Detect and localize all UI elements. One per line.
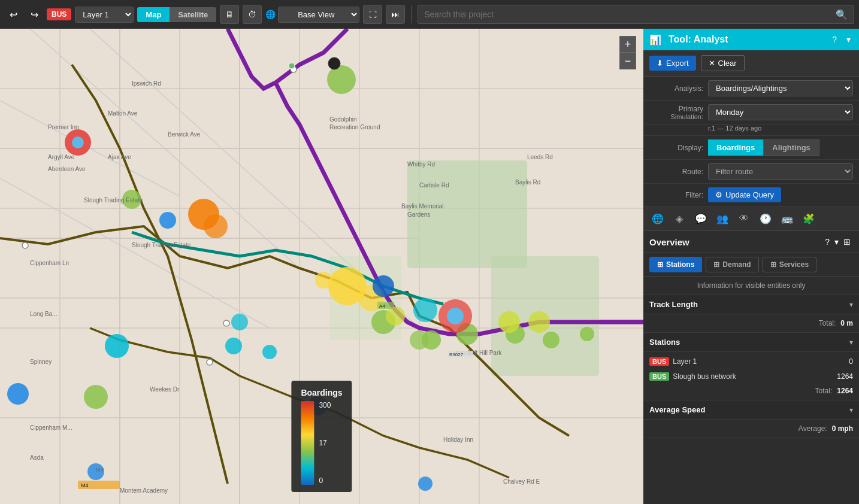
overview-grid-button[interactable]: ⊞ <box>841 236 853 248</box>
clear-button[interactable]: ✕ Clear <box>701 55 745 71</box>
avg-speed-content: Average: 0 mph <box>643 420 859 438</box>
svg-text:Aberdeen Ave: Aberdeen Ave <box>48 166 86 172</box>
search-icon: 🔍 <box>836 9 848 20</box>
alightings-button[interactable]: Alightings <box>763 139 819 156</box>
legend-labels: 300 17 0 <box>319 401 331 485</box>
analyst-header: 📊 Tool: Analyst ? ▾ <box>643 29 859 50</box>
main-area: Ipswich Rd Premier Inn Malton Ave Berwic… <box>0 29 859 504</box>
stations-tab-icon: ⊞ <box>657 260 663 269</box>
overview-expand-button[interactable]: ▾ <box>832 236 841 248</box>
svg-point-46 <box>231 314 248 330</box>
overview-help-button[interactable]: ? <box>822 236 832 248</box>
map-satellite-toggle: Map Satellite <box>137 7 216 22</box>
tab-stations[interactable]: ⊞ Stations <box>649 257 702 272</box>
svg-point-55 <box>22 242 28 248</box>
update-query-button[interactable]: ⚙ Update Query <box>708 187 781 202</box>
display-label: Display: <box>649 144 703 152</box>
svg-point-49 <box>7 383 29 405</box>
route-label: Route: <box>649 168 703 176</box>
legend-title: Boardings <box>301 388 342 397</box>
svg-text:Recreation Ground: Recreation Ground <box>329 124 380 130</box>
main-toolbar: ↩ ↪ BUS Layer 1 Map Satellite 🖥 ⏱ 🌐 Base… <box>0 0 859 29</box>
demand-tab-label: Demand <box>722 260 751 269</box>
undo-button[interactable]: ↩ <box>5 7 22 23</box>
svg-point-59 <box>328 57 340 69</box>
right-panel: 📊 Tool: Analyst ? ▾ ⬇ Export ✕ Clear Ana… <box>643 29 859 504</box>
avg-speed-label: Average: <box>798 424 827 433</box>
slough-name: Slough bus network <box>673 372 837 381</box>
svg-text:Long Ba...: Long Ba... <box>30 311 58 317</box>
fullscreen-button[interactable]: ⛶ <box>363 5 382 24</box>
route-row: Route: Filter route <box>643 160 859 184</box>
svg-point-37 <box>528 311 550 333</box>
svg-point-42 <box>105 334 129 358</box>
puzzle-icon-button[interactable]: 🧩 <box>800 210 817 227</box>
layers-icon-button[interactable]: ◈ <box>671 210 688 227</box>
legend-gradient <box>301 401 314 485</box>
svg-text:Cartisle Rd: Cartisle Rd <box>419 182 449 189</box>
svg-text:Asda: Asda <box>30 454 44 461</box>
svg-text:Cippenham M...: Cippenham M... <box>30 424 72 431</box>
zoom-in-button[interactable]: + <box>619 36 636 53</box>
svg-text:Godolphin: Godolphin <box>329 116 357 123</box>
svg-point-41 <box>315 272 332 289</box>
stations-section-header[interactable]: Stations ▾ <box>643 333 859 352</box>
globe-icon-button[interactable]: 🌐 <box>649 210 666 227</box>
map-legend: Boardings 300 17 0 <box>291 381 352 492</box>
track-length-title: Track Length <box>649 300 849 309</box>
analysis-select[interactable]: Boardings/Alightings <box>708 80 853 96</box>
monitor-icon[interactable]: 🖥 <box>220 5 239 24</box>
people-icon-button[interactable]: 👥 <box>714 210 731 227</box>
avg-speed-section-header[interactable]: Average Speed ▾ <box>643 400 859 420</box>
zoom-out-button[interactable]: − <box>619 53 636 69</box>
svg-text:Malton Ave: Malton Ave <box>108 110 138 117</box>
export-icon: ⬇ <box>657 59 663 68</box>
analyst-expand-button[interactable]: ▾ <box>844 34 853 45</box>
svg-point-28 <box>84 385 108 409</box>
bus-icon-button[interactable]: 🚌 <box>779 210 796 227</box>
map-button[interactable]: Map <box>137 7 170 22</box>
satellite-button[interactable]: Satellite <box>170 7 216 22</box>
base-view-select[interactable]: Base View <box>278 7 359 23</box>
svg-text:Whitby Rd: Whitby Rd <box>407 161 435 168</box>
overview-header: Overview ? ▾ ⊞ <box>643 231 859 253</box>
layer-select[interactable]: Layer 1 <box>75 7 134 23</box>
svg-text:Chalvey Rd E: Chalvey Rd E <box>503 478 540 485</box>
redo-button[interactable]: ↪ <box>26 7 43 23</box>
simulation-select[interactable]: Monday <box>708 104 853 120</box>
stations-chevron: ▾ <box>849 338 853 347</box>
route-select[interactable]: Filter route <box>708 163 853 180</box>
chat-icon-button[interactable]: 💬 <box>692 210 709 227</box>
track-length-chevron: ▾ <box>849 300 853 309</box>
track-length-section-header[interactable]: Track Length ▾ <box>643 295 859 314</box>
legend-max-value: 300 <box>319 401 331 409</box>
tab-demand[interactable]: ⊞ Demand <box>706 257 758 272</box>
clock-icon[interactable]: ⏱ <box>243 5 262 24</box>
legend-mid-value: 17 <box>319 439 331 447</box>
svg-text:Spinney: Spinney <box>30 359 52 365</box>
history-icon-button[interactable]: 🕐 <box>757 210 774 227</box>
svg-point-34 <box>580 327 594 341</box>
svg-point-44 <box>262 345 277 359</box>
svg-text:Leeds Rd: Leeds Rd <box>527 154 553 160</box>
boardings-button[interactable]: Boardings <box>708 139 763 156</box>
analyst-help-button[interactable]: ? <box>830 34 839 45</box>
tab-services[interactable]: ⊞ Services <box>763 257 816 272</box>
slough-badge: BUS <box>649 372 669 381</box>
simulation-label: Simulation: <box>649 113 703 120</box>
svg-text:M4: M4 <box>81 482 89 488</box>
analysis-row: Analysis: Boardings/Alightings <box>643 77 859 101</box>
layer-badge: BUS <box>47 8 71 20</box>
slough-count: 1264 <box>837 372 853 381</box>
svg-point-25 <box>204 214 228 238</box>
map-area[interactable]: Ipswich Rd Premier Inn Malton Ave Berwic… <box>0 29 643 504</box>
eye-icon-button[interactable]: 👁 <box>736 210 752 227</box>
export-button[interactable]: ⬇ Export <box>649 56 696 71</box>
svg-point-36 <box>498 311 520 333</box>
search-input[interactable] <box>424 10 836 19</box>
svg-point-27 <box>327 65 356 94</box>
svg-point-58 <box>207 359 213 365</box>
svg-text:Premier Inn: Premier Inn <box>48 124 79 130</box>
fast-forward-icon[interactable]: ⏭ <box>386 5 405 24</box>
svg-point-45 <box>413 298 437 322</box>
